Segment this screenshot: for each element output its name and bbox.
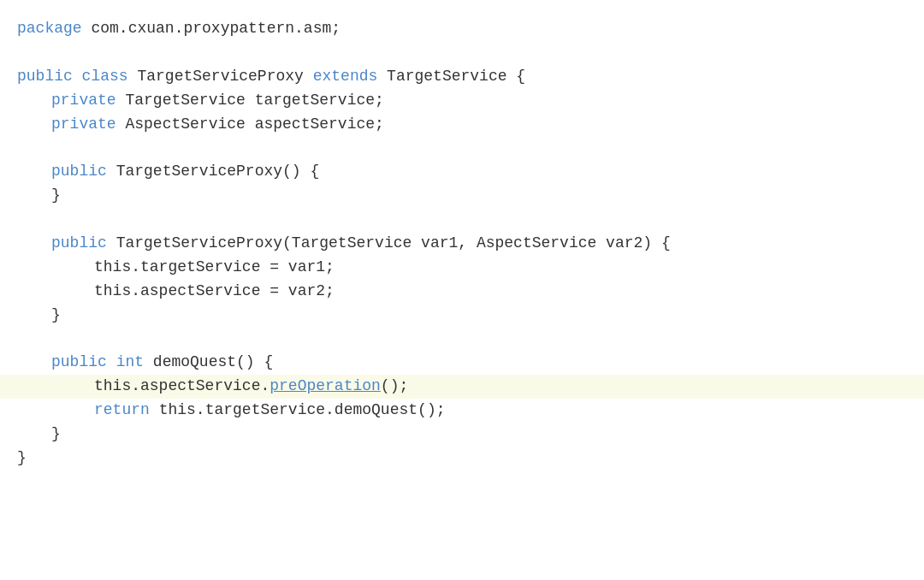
code-token: com.cxuan.proxypattern.asm; — [91, 17, 341, 41]
code-token: } — [51, 423, 61, 447]
code-token: demoQuest() { — [153, 351, 273, 375]
code-line — [0, 328, 924, 352]
code-line: public TargetServiceProxy() { — [0, 160, 924, 184]
code-line: } — [0, 423, 924, 447]
code-token: TargetService { — [387, 65, 525, 89]
code-token: private — [51, 113, 125, 137]
code-token: AspectService aspectService; — [125, 113, 383, 137]
code-line: this.aspectService = var2; — [0, 280, 924, 304]
code-token: this.targetService = var1; — [94, 256, 335, 280]
code-token: package — [17, 17, 91, 41]
code-token: (); — [381, 377, 408, 394]
code-token: public class — [17, 65, 137, 89]
code-token: TargetServiceProxy — [137, 65, 312, 89]
code-line — [0, 41, 924, 65]
code-line: private TargetService targetService; — [0, 89, 924, 113]
code-line — [0, 136, 924, 160]
code-token: } — [51, 184, 61, 208]
code-token[interactable]: preOperation — [270, 377, 381, 394]
code-token: public — [51, 232, 116, 256]
code-token: int — [116, 351, 153, 375]
code-token: TargetServiceProxy(TargetService var1, A… — [116, 232, 671, 256]
code-token: private — [51, 89, 125, 113]
code-token: this.aspectService. — [94, 377, 270, 394]
code-token: } — [17, 447, 27, 471]
code-line: public class TargetServiceProxy extends … — [0, 65, 924, 89]
code-token: this.aspectService = var2; — [94, 280, 335, 304]
code-viewer: package com.cxuan.proxypattern.asm; publ… — [0, 0, 924, 580]
code-token: public — [51, 160, 116, 184]
code-line: this.targetService = var1; — [0, 256, 924, 280]
code-token: TargetService targetService; — [125, 89, 383, 113]
code-line — [0, 208, 924, 232]
code-line: } — [0, 304, 924, 328]
code-token: return — [94, 399, 159, 423]
code-line: public TargetServiceProxy(TargetService … — [0, 232, 924, 256]
code-line: return this.targetService.demoQuest(); — [0, 399, 924, 423]
code-token: this.targetService.demoQuest(); — [159, 399, 446, 423]
code-token: public — [51, 351, 116, 375]
code-line: package com.cxuan.proxypattern.asm; — [0, 17, 924, 41]
code-line: } — [0, 184, 924, 208]
code-line: } — [0, 447, 924, 471]
code-token: } — [51, 304, 61, 328]
code-line: public int demoQuest() { — [0, 351, 924, 375]
code-token: TargetServiceProxy() { — [116, 160, 320, 184]
code-line: this.aspectService.preOperation(); — [0, 375, 924, 399]
code-token: extends — [313, 65, 387, 89]
code-line: private AspectService aspectService; — [0, 113, 924, 137]
